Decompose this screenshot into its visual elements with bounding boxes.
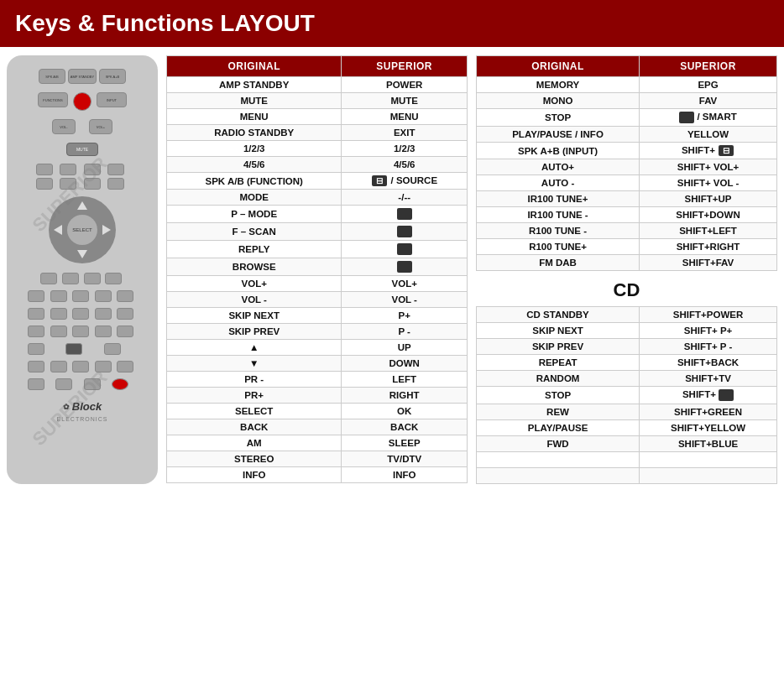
table-row: PLAY/PAUSE / INFOYELLOW (477, 127, 777, 143)
source-icon: ⊟ (372, 175, 387, 186)
cd-section-header: CD (477, 271, 777, 307)
table-row: R100 TUNE -SHIFT+LEFT (477, 223, 777, 239)
table-row: F – SCAN (167, 223, 468, 241)
table-row: MENUMENU (167, 109, 468, 125)
table-row: ▼DOWN (167, 356, 468, 372)
table-row: VOL -VOL - (167, 292, 468, 308)
stop-smart-icon (679, 112, 694, 123)
table-row-empty (477, 452, 777, 468)
table-row: AUTO -SHIFT+ VOL - (477, 175, 777, 191)
right-col-superior: SUPERIOR (640, 56, 777, 77)
table-row: PLAY/PAUSESHIFT+YELLOW (477, 420, 777, 436)
remote-brand: Block (72, 400, 102, 413)
right-table-section: ORIGINAL SUPERIOR MEMORYEPG MONOFAV STOP… (476, 55, 777, 484)
browse-icon (397, 261, 412, 273)
right-col-original: ORIGINAL (477, 56, 640, 77)
input-icon: ⊟ (719, 145, 734, 156)
table-row: REWSHIFT+GREEN (477, 404, 777, 420)
left-table-section: ORIGINAL SUPERIOR AMP STANDBYPOWER MUTEM… (166, 55, 468, 484)
table-row: STOP / SMART (477, 109, 777, 127)
table-row: INFOINFO (167, 467, 468, 483)
p-mode-icon (397, 208, 412, 220)
tables-area: ORIGINAL SUPERIOR AMP STANDBYPOWER MUTEM… (166, 55, 777, 484)
table-row: SKIP NEXTP+ (167, 308, 468, 324)
right-table: ORIGINAL SUPERIOR MEMORYEPG MONOFAV STOP… (476, 55, 777, 484)
table-row: 1/2/31/2/3 (167, 141, 468, 157)
left-table: ORIGINAL SUPERIOR AMP STANDBYPOWER MUTEM… (166, 55, 468, 483)
f-scan-icon (397, 226, 412, 237)
table-row: SPK A/B (FUNCTION)⊟ / SOURCE (167, 173, 468, 190)
table-row-empty (477, 468, 777, 484)
table-row: AUTO+SHIFT+ VOL+ (477, 159, 777, 175)
table-row: MEMORYEPG (477, 77, 777, 93)
stop-cd-icon (719, 389, 734, 401)
table-row: REPLY (167, 241, 468, 258)
page-title: Keys & Functions LAYOUT (15, 10, 315, 36)
table-row: RANDOMSHIFT+TV (477, 371, 777, 387)
table-row: BACKBACK (167, 419, 468, 435)
table-row: PR+RIGHT (167, 388, 468, 404)
table-row: VOL+VOL+ (167, 276, 468, 292)
table-row: MONOFAV (477, 93, 777, 109)
table-row: SELECTOK (167, 404, 468, 419)
reply-icon (397, 243, 412, 255)
left-col-superior: SUPERIOR (342, 56, 468, 77)
table-row: STOPSHIFT+ (477, 387, 777, 404)
table-row: 4/5/64/5/6 (167, 157, 468, 173)
remote-label: ELECTRONICS (57, 416, 108, 422)
table-row: P – MODE (167, 206, 468, 223)
header: Keys & Functions LAYOUT (0, 0, 784, 47)
table-row: AMSLEEP (167, 435, 468, 451)
table-row: AMP STANDBYPOWER (167, 77, 468, 93)
table-row: FWDSHIFT+BLUE (477, 436, 777, 452)
table-row: R100 TUNE+SHIFT+RIGHT (477, 239, 777, 255)
remote-control: SUPERIOR SUPERIOR SPK A/B AMP STANDBY SP… (7, 55, 158, 484)
table-row: IR100 TUNE+SHIFT+UP (477, 191, 777, 207)
table-row: IR100 TUNE -SHIFT+DOWN (477, 207, 777, 223)
table-row: STEREOTV/DTV (167, 451, 468, 467)
left-col-original: ORIGINAL (167, 56, 342, 77)
table-row: MUTEMUTE (167, 93, 468, 109)
table-row: RADIO STANDBYEXIT (167, 125, 468, 141)
table-row: SKIP PREVSHIFT+ P - (477, 339, 777, 355)
table-row: REPEATSHIFT+BACK (477, 355, 777, 371)
table-row: ▲UP (167, 340, 468, 356)
cd-label: CD (614, 279, 640, 300)
table-row: MODE-/-- (167, 190, 468, 206)
table-row: BROWSE (167, 258, 468, 276)
table-row: PR -LEFT (167, 372, 468, 388)
table-row: CD STANDBYSHIFT+POWER (477, 307, 777, 323)
table-row: SPK A+B (INPUT)SHIFT+ ⊟ (477, 143, 777, 159)
table-row: SKIP NEXTSHIFT+ P+ (477, 323, 777, 339)
table-row: SKIP PREVP - (167, 324, 468, 340)
table-row: FM DABSHIFT+FAV (477, 255, 777, 271)
